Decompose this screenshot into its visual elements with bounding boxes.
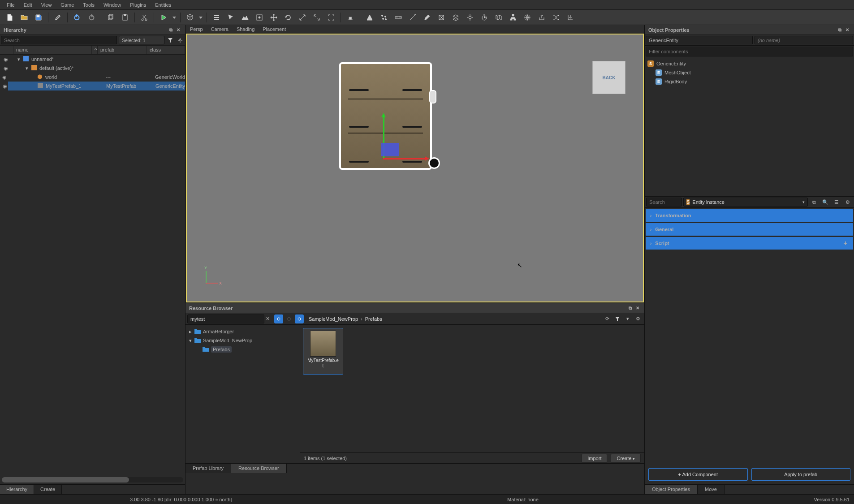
- rb-close-icon[interactable]: ✕: [634, 305, 641, 311]
- gear-icon[interactable]: [464, 11, 476, 24]
- terrain-icon[interactable]: [239, 11, 251, 24]
- op-search-input[interactable]: [646, 198, 682, 207]
- import-icon[interactable]: [564, 11, 577, 24]
- tab-create[interactable]: Create: [34, 485, 62, 494]
- select-icon[interactable]: [224, 11, 237, 24]
- shuffle-icon[interactable]: [550, 11, 562, 24]
- viewport-shading[interactable]: Shading: [237, 26, 254, 32]
- open-folder-icon[interactable]: [18, 11, 30, 24]
- viewport-persp[interactable]: Persp: [190, 26, 203, 32]
- rb-item-grid[interactable]: MyTestPrefab.et: [300, 325, 644, 452]
- wand-icon[interactable]: [406, 11, 419, 24]
- visibility-icon[interactable]: ◉: [2, 56, 10, 62]
- op-section-script[interactable]: ›Script＋: [646, 237, 853, 250]
- hierarchy-search-input[interactable]: [1, 36, 117, 44]
- filter-icon[interactable]: [165, 35, 175, 45]
- menu-file[interactable]: File: [3, 1, 19, 9]
- op-search-icon[interactable]: 🔍: [820, 197, 830, 207]
- op-entity-name[interactable]: (no name): [755, 36, 853, 44]
- rb-refresh-icon[interactable]: ⟳: [603, 314, 612, 323]
- hierarchy-selected-count[interactable]: Selected: 1: [119, 36, 164, 44]
- rb-filter-2-icon[interactable]: [285, 314, 293, 323]
- navigation-cube[interactable]: BACK: [593, 61, 625, 94]
- op-close-icon[interactable]: ✕: [844, 27, 850, 33]
- map-icon[interactable]: [492, 11, 505, 24]
- rb-clear-search-icon[interactable]: ✕: [266, 316, 273, 322]
- visibility-icon[interactable]: ◉: [2, 83, 8, 89]
- rb-filter-1-icon[interactable]: [274, 314, 283, 323]
- rb-folder-tree[interactable]: ▸ArmaReforger▾SampleMod_NewPropPrefabs: [185, 325, 300, 463]
- hierarchy-row[interactable]: ◉ ▾ default (active)*: [0, 64, 185, 73]
- op-component[interactable]: ERigidBody: [647, 77, 851, 86]
- align-icon[interactable]: [344, 11, 357, 24]
- op-script-add-icon[interactable]: ＋: [842, 239, 849, 247]
- hierarchy-tree[interactable]: ◉ ▾ unnamed* ◉ ▾ default (active)* ◉ wor…: [0, 55, 185, 475]
- rb-tree-item[interactable]: ▾SampleMod_NewProp: [185, 336, 300, 345]
- edit-icon[interactable]: [52, 11, 64, 24]
- triangle-icon[interactable]: [363, 11, 376, 24]
- op-gear-icon[interactable]: ⚙: [843, 197, 853, 207]
- timer-icon[interactable]: [478, 11, 491, 24]
- rb-asset-item[interactable]: MyTestPrefab.et: [303, 328, 343, 375]
- menu-edit[interactable]: Edit: [20, 1, 36, 9]
- rb-popout-icon[interactable]: ⧉: [627, 305, 633, 311]
- tab-prefab-library[interactable]: Prefab Library: [185, 464, 231, 473]
- new-file-icon[interactable]: [4, 11, 16, 24]
- play-dropdown-icon[interactable]: [172, 11, 177, 24]
- op-popout-icon[interactable]: ⧉: [837, 27, 843, 33]
- op-component[interactable]: SGenericEntity: [647, 59, 851, 68]
- gizmo-xy-plane[interactable]: [381, 143, 399, 156]
- menu-window[interactable]: Window: [99, 1, 125, 9]
- rb-breadcrumb[interactable]: SampleMod_NewProp › Prefabs: [305, 316, 386, 322]
- save-icon[interactable]: [32, 11, 45, 24]
- rb-tree-item[interactable]: Prefabs: [185, 345, 300, 354]
- cube-dropdown-icon[interactable]: [198, 11, 203, 24]
- hierarchy-row[interactable]: ◉ MyTestPrefab_1 MyTestPrefab GenericEnt…: [0, 82, 185, 90]
- menu-game[interactable]: Game: [56, 1, 78, 9]
- op-component[interactable]: EMeshObject: [647, 68, 851, 77]
- gizmo-x-axis[interactable]: [383, 158, 428, 159]
- tab-move[interactable]: Move: [698, 485, 725, 494]
- panel-popout-icon[interactable]: ⧉: [168, 27, 174, 33]
- redo-icon[interactable]: [85, 11, 98, 24]
- apply-to-prefab-button[interactable]: Apply to prefab: [751, 468, 851, 481]
- op-tree-icon[interactable]: ☰: [832, 197, 841, 207]
- hierarchy-icon[interactable]: [507, 11, 519, 24]
- menu-plugins[interactable]: Plugins: [126, 1, 150, 9]
- op-open-icon[interactable]: ⧉: [809, 197, 819, 207]
- viewport[interactable]: BACK Y X ↖: [186, 34, 644, 302]
- menu-entities[interactable]: Entities: [151, 1, 175, 9]
- viewport-placement[interactable]: Placement: [263, 26, 286, 32]
- cube-icon[interactable]: [184, 11, 196, 24]
- op-filter-input[interactable]: [646, 47, 853, 56]
- viewport-camera[interactable]: Camera: [211, 26, 229, 32]
- menu-tools[interactable]: Tools: [79, 1, 99, 9]
- tab-object-properties[interactable]: Object Properties: [645, 485, 698, 494]
- scale-icon[interactable]: [296, 11, 309, 24]
- tab-resource-browser[interactable]: Resource Browser: [231, 464, 286, 473]
- rb-filter-3-icon[interactable]: [295, 314, 304, 323]
- anchor-icon[interactable]: [435, 11, 448, 24]
- snap-icon[interactable]: [253, 11, 266, 24]
- panel-close-icon[interactable]: ✕: [175, 27, 181, 33]
- brush-icon[interactable]: [421, 11, 433, 24]
- op-section-general[interactable]: ›General: [646, 223, 853, 236]
- export-icon[interactable]: [535, 11, 548, 24]
- hierarchy-row[interactable]: ◉ ▾ unnamed*: [0, 55, 185, 64]
- layers-icon[interactable]: [449, 11, 462, 24]
- play-icon[interactable]: [157, 11, 170, 24]
- list-icon[interactable]: [210, 11, 223, 24]
- move-icon[interactable]: [267, 11, 280, 24]
- rotate-icon[interactable]: [282, 11, 294, 24]
- hierarchy-row[interactable]: ◉ world --- GenericWorld: [0, 73, 185, 82]
- rb-settings-icon[interactable]: ⚙: [634, 314, 643, 323]
- op-section-transformation[interactable]: ›Transformation: [646, 209, 853, 222]
- rb-filter-icon[interactable]: [613, 314, 622, 323]
- particles-icon[interactable]: [378, 11, 390, 24]
- settings-icon[interactable]: [175, 35, 185, 45]
- ruler-icon[interactable]: [392, 11, 405, 24]
- bounds-icon[interactable]: [325, 11, 337, 24]
- op-entity-type[interactable]: GenericEntity: [646, 36, 753, 44]
- copy-icon[interactable]: [104, 11, 117, 24]
- visibility-icon[interactable]: ◉: [2, 65, 10, 71]
